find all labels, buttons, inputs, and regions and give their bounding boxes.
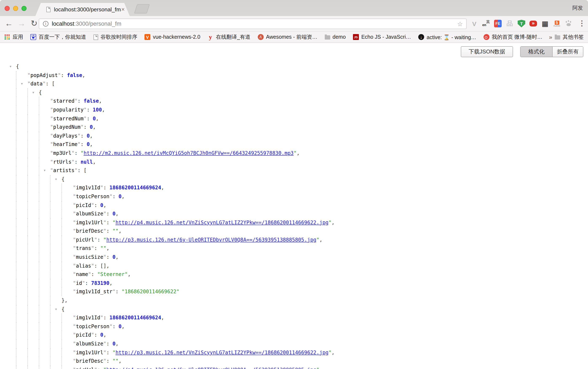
- collapse-triangle-icon[interactable]: ▾: [9, 62, 12, 71]
- json-punct: ,: [93, 124, 96, 130]
- quote: ": [73, 358, 76, 364]
- indent-guide: [50, 175, 51, 183]
- collapse-triangle-icon[interactable]: ▾: [21, 80, 23, 88]
- json-punct: ,: [116, 211, 118, 217]
- indent-guide: [27, 184, 28, 192]
- indent-guide: [27, 288, 28, 296]
- bookmark-item[interactable]: demo: [325, 34, 346, 40]
- fe-helper-icon[interactable]: FE: [494, 20, 502, 27]
- bookmark-item[interactable]: y在线翻译_有道: [208, 33, 250, 40]
- json-number: 18686200114669624: [109, 185, 161, 191]
- json-link[interactable]: http://p3.music.126.net/VnZiScyynLG7atLI…: [116, 349, 328, 355]
- indent-guide: [62, 313, 62, 322]
- translate-icon[interactable]: 英en: [482, 20, 490, 27]
- json-line: "id": 783190,: [0, 279, 588, 288]
- indent-guide: [39, 366, 39, 369]
- bookmark-item[interactable]: 我的首页 微博-随时…: [483, 33, 542, 40]
- tampermonkey-icon[interactable]: T: [518, 20, 525, 27]
- maximize-window-button[interactable]: [21, 6, 27, 11]
- bookmark-item[interactable]: ↓active: ⌛ - waiting…: [418, 34, 476, 40]
- indent-guide: [50, 253, 51, 261]
- bookmark-star-icon[interactable]: ☆: [457, 20, 463, 28]
- tab-close-icon[interactable]: ×: [121, 6, 125, 13]
- browser-menu-icon[interactable]: ⋮: [578, 18, 586, 30]
- indent-guide: [27, 331, 28, 339]
- indent-guide: [62, 261, 62, 270]
- browser-tab[interactable]: localhost:3000/personal_fm ×: [35, 3, 130, 16]
- reload-button[interactable]: ↻: [29, 18, 40, 29]
- quote: ": [42, 81, 45, 87]
- bookmark-item[interactable]: 百度一下，你就知道: [30, 33, 86, 40]
- tab-bar: localhost:3000/personal_fm × 阿发: [0, 0, 588, 16]
- bookmark-item[interactable]: 谷歌按时间排序: [93, 33, 137, 40]
- forward-button[interactable]: →: [16, 18, 27, 29]
- html5-player-icon[interactable]: 5PLAYER: [553, 20, 561, 27]
- indent-guide: [39, 279, 39, 288]
- other-bookmarks-folder[interactable]: 其他书签: [555, 33, 584, 40]
- json-link[interactable]: http://p4.music.126.net/6y-UleORITEDbvrO…: [106, 367, 316, 369]
- view-mode-segmented-control: 格式化 折叠所有: [520, 46, 583, 57]
- quote: ": [27, 81, 30, 87]
- quote: ": [91, 202, 94, 208]
- format-button[interactable]: 格式化: [521, 47, 552, 57]
- bookmark-item[interactable]: JSEcho JS - JavaScri…: [353, 34, 411, 40]
- json-key: img1v1Url: [76, 349, 103, 355]
- vue-devtools-icon[interactable]: V: [471, 20, 478, 27]
- json-link[interactable]: http://p4.music.126.net/VnZiScyynLG7atLI…: [116, 219, 328, 225]
- video-speed-icon[interactable]: »: [529, 21, 537, 27]
- indent-guide: [27, 158, 28, 166]
- indent-guide: [16, 305, 16, 313]
- new-tab-button[interactable]: [134, 4, 150, 13]
- json-punct: ,: [332, 219, 335, 225]
- qr-code-icon[interactable]: ▦: [541, 20, 549, 27]
- json-number: 18686200114669624: [109, 315, 161, 321]
- json-line: "briefDesc": "",: [0, 227, 588, 236]
- collapse-triangle-icon[interactable]: ▾: [43, 166, 46, 175]
- json-line: "picId": 0,: [0, 201, 588, 209]
- indent-guide: [16, 218, 16, 227]
- download-json-button[interactable]: 下载JSON数据: [461, 46, 513, 57]
- json-punct: : [: [46, 81, 55, 87]
- bookmarks-list: 应用百度一下，你就知道谷歌按时间排序Vvue-hackernews-2.0y在线…: [4, 33, 543, 40]
- collapse-all-button[interactable]: 折叠所有: [552, 47, 583, 57]
- indent-guide: [27, 253, 28, 261]
- quote: ": [100, 315, 103, 321]
- bookmark-item[interactable]: Vvue-hackernews-2.0: [145, 34, 200, 40]
- indent-guide: [39, 201, 39, 209]
- indent-guide: [39, 184, 39, 192]
- indent-guide: [50, 192, 51, 201]
- profile-name[interactable]: 阿发: [572, 5, 583, 12]
- indent-guide: [16, 339, 16, 348]
- address-bar[interactable]: i localhost:3000/personal_fm ☆: [39, 19, 467, 29]
- indent-guide: [39, 106, 39, 114]
- collapse-triangle-icon[interactable]: ▾: [55, 175, 57, 183]
- json-link[interactable]: http://m2.music.126.net/ivMcQYiG5oh7BCJh…: [84, 150, 294, 156]
- close-window-button[interactable]: [5, 6, 10, 11]
- json-literal: false: [67, 72, 82, 78]
- indent-guide: [16, 132, 16, 140]
- quote: ": [103, 211, 106, 217]
- site-info-icon[interactable]: i: [43, 21, 48, 27]
- indent-guide: [27, 106, 28, 114]
- json-string: ": [328, 349, 332, 355]
- json-punct: ,: [82, 72, 85, 78]
- paw-icon[interactable]: [565, 20, 572, 27]
- minimize-window-button[interactable]: [13, 6, 18, 11]
- indent-guide: [16, 296, 16, 305]
- sitemap-icon[interactable]: 品: [506, 20, 514, 27]
- json-number: 100: [93, 107, 102, 113]
- json-link[interactable]: http://p3.music.126.net/6y-UleORITEDbvrO…: [106, 237, 316, 243]
- json-line: "hearTime": 0,: [0, 140, 588, 149]
- indent-guide: [39, 166, 39, 175]
- collapse-triangle-icon[interactable]: ▾: [55, 305, 57, 313]
- bookmark-item[interactable]: AAwesomes - 前端资…: [258, 33, 317, 40]
- url-text[interactable]: localhost:3000/personal_fm: [52, 21, 121, 27]
- bookmark-item[interactable]: 应用: [4, 33, 23, 40]
- icon-glyph: T: [520, 21, 523, 26]
- back-button[interactable]: ←: [3, 18, 14, 29]
- collapse-triangle-icon[interactable]: ▾: [32, 88, 34, 97]
- indent-guide: [39, 149, 39, 158]
- json-key: albumSize: [76, 341, 103, 347]
- bookmarks-overflow-chevron[interactable]: »: [546, 34, 555, 40]
- indent-guide: [62, 366, 62, 369]
